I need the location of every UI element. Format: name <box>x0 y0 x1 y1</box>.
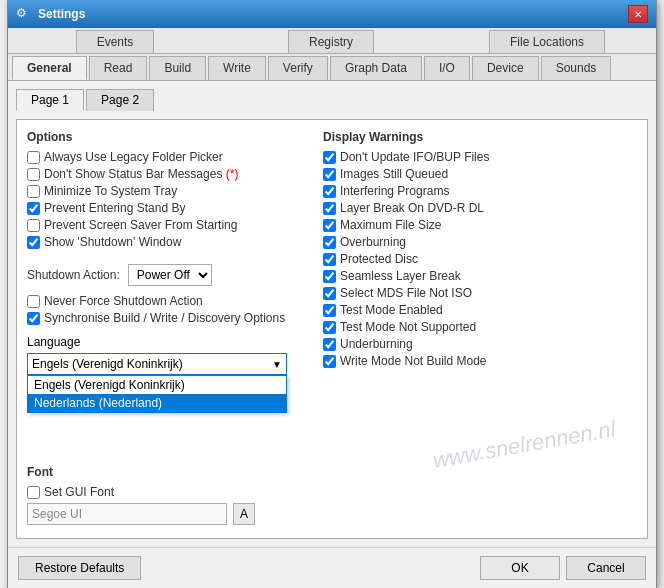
tab-events[interactable]: Events <box>76 30 155 53</box>
dw-13-label: Write Mode Not Build Mode <box>340 354 487 368</box>
language-section: Language Engels (Verenigd Koninkrijk) ▼ … <box>27 335 307 375</box>
option-5-checkbox[interactable] <box>27 219 40 232</box>
dw-9-checkbox[interactable] <box>323 287 336 300</box>
bottom-bar: Restore Defaults OK Cancel <box>8 547 656 588</box>
dw-13-checkbox[interactable] <box>323 355 336 368</box>
bottom-right-buttons: OK Cancel <box>480 556 646 580</box>
option-3: Minimize To System Tray <box>27 184 307 198</box>
tab-io[interactable]: I/O <box>424 56 470 80</box>
shutdown-dropdown[interactable]: Power Off Restart Log Off Hibernate Noth… <box>128 264 212 286</box>
dw-8-checkbox[interactable] <box>323 270 336 283</box>
language-dropdown[interactable]: Engels (Verenigd Koninkrijk) ▼ <box>27 353 287 375</box>
tab-registry[interactable]: Registry <box>288 30 374 53</box>
options-title: Options <box>27 130 307 144</box>
language-dropdown-list: Engels (Verenigd Koninkrijk) Nederlands … <box>27 375 287 413</box>
dw-5-label: Maximum File Size <box>340 218 441 232</box>
font-input-row: A <box>27 503 307 525</box>
option-2-checkbox[interactable] <box>27 168 40 181</box>
lang-option-english[interactable]: Engels (Verenigd Koninkrijk) <box>28 376 286 394</box>
dw-11-checkbox[interactable] <box>323 321 336 334</box>
title-controls: ✕ <box>628 5 648 23</box>
ok-button[interactable]: OK <box>480 556 560 580</box>
shutdown-row: Shutdown Action: Power Off Restart Log O… <box>27 264 307 286</box>
dw-11-label: Test Mode Not Supported <box>340 320 476 334</box>
font-checkbox[interactable] <box>27 486 40 499</box>
display-warnings-title: Display Warnings <box>323 130 637 144</box>
font-section: Font Set GUI Font A <box>27 465 307 525</box>
title-bar-left: ⚙ Settings <box>16 6 85 22</box>
dw-5: Maximum File Size <box>323 218 637 232</box>
tab-file-locations[interactable]: File Locations <box>489 30 605 53</box>
tab-device[interactable]: Device <box>472 56 539 80</box>
close-button[interactable]: ✕ <box>628 5 648 23</box>
shutdown-cb-2-label: Synchronise Build / Write / Discovery Op… <box>44 311 285 325</box>
dw-9-label: Select MDS File Not ISO <box>340 286 472 300</box>
lang-option-dutch[interactable]: Nederlands (Nederland) <box>28 394 286 412</box>
option-1-checkbox[interactable] <box>27 151 40 164</box>
dw-1-label: Don't Update IFO/BUP Files <box>340 150 489 164</box>
font-checkbox-label: Set GUI Font <box>44 485 114 499</box>
dw-10-checkbox[interactable] <box>323 304 336 317</box>
content-area: Page 1 Page 2 Options Always Use Legacy … <box>8 81 656 547</box>
dw-4: Layer Break On DVD-R DL <box>323 201 637 215</box>
shutdown-cb-1: Never Force Shutdown Action <box>27 294 307 308</box>
main-panel: Options Always Use Legacy Folder Picker … <box>16 119 648 539</box>
option-6: Show 'Shutdown' Window <box>27 235 307 249</box>
dw-3-checkbox[interactable] <box>323 185 336 198</box>
dw-11: Test Mode Not Supported <box>323 320 637 334</box>
shutdown-cb-1-checkbox[interactable] <box>27 295 40 308</box>
dw-1-checkbox[interactable] <box>323 151 336 164</box>
font-checkbox-row: Set GUI Font <box>27 485 307 499</box>
tab-verify[interactable]: Verify <box>268 56 328 80</box>
shutdown-cb-2: Synchronise Build / Write / Discovery Op… <box>27 311 307 325</box>
shutdown-cb-2-checkbox[interactable] <box>27 312 40 325</box>
dw-6-checkbox[interactable] <box>323 236 336 249</box>
dw-6: Overburning <box>323 235 637 249</box>
dw-4-label: Layer Break On DVD-R DL <box>340 201 484 215</box>
cancel-button[interactable]: Cancel <box>566 556 646 580</box>
font-picker-button[interactable]: A <box>233 503 255 525</box>
option-5-label: Prevent Screen Saver From Starting <box>44 218 237 232</box>
page-tab-2[interactable]: Page 2 <box>86 89 154 111</box>
language-dropdown-container: Engels (Verenigd Koninkrijk) ▼ Engels (V… <box>27 353 287 375</box>
title-bar: ⚙ Settings ✕ <box>8 0 656 28</box>
option-4-checkbox[interactable] <box>27 202 40 215</box>
shutdown-cb-1-label: Never Force Shutdown Action <box>44 294 203 308</box>
restore-defaults-button[interactable]: Restore Defaults <box>18 556 141 580</box>
dw-6-label: Overburning <box>340 235 406 249</box>
dw-13: Write Mode Not Build Mode <box>323 354 637 368</box>
tab-build[interactable]: Build <box>149 56 206 80</box>
settings-icon: ⚙ <box>16 6 32 22</box>
dw-7: Protected Disc <box>323 252 637 266</box>
dw-7-checkbox[interactable] <box>323 253 336 266</box>
dw-10: Test Mode Enabled <box>323 303 637 317</box>
option-1: Always Use Legacy Folder Picker <box>27 150 307 164</box>
dw-4-checkbox[interactable] <box>323 202 336 215</box>
dw-7-label: Protected Disc <box>340 252 418 266</box>
window-title: Settings <box>38 7 85 21</box>
tab-write[interactable]: Write <box>208 56 266 80</box>
font-title: Font <box>27 465 307 479</box>
dw-8: Seamless Layer Break <box>323 269 637 283</box>
option-6-checkbox[interactable] <box>27 236 40 249</box>
option-4: Prevent Entering Stand By <box>27 201 307 215</box>
shutdown-label: Shutdown Action: <box>27 268 120 282</box>
page-tabs: Page 1 Page 2 <box>16 89 648 111</box>
tab-sounds[interactable]: Sounds <box>541 56 612 80</box>
dw-9: Select MDS File Not ISO <box>323 286 637 300</box>
dw-2-checkbox[interactable] <box>323 168 336 181</box>
option-6-label: Show 'Shutdown' Window <box>44 235 181 249</box>
dw-3: Interfering Programs <box>323 184 637 198</box>
page-tab-1[interactable]: Page 1 <box>16 89 84 111</box>
option-3-checkbox[interactable] <box>27 185 40 198</box>
dw-5-checkbox[interactable] <box>323 219 336 232</box>
tab-read[interactable]: Read <box>89 56 148 80</box>
dw-2: Images Still Queued <box>323 167 637 181</box>
dw-12-label: Underburning <box>340 337 413 351</box>
tab-graph-data[interactable]: Graph Data <box>330 56 422 80</box>
option-5: Prevent Screen Saver From Starting <box>27 218 307 232</box>
tab-general[interactable]: General <box>12 56 87 80</box>
dw-12-checkbox[interactable] <box>323 338 336 351</box>
left-column: Options Always Use Legacy Folder Picker … <box>27 130 307 528</box>
font-input[interactable] <box>27 503 227 525</box>
